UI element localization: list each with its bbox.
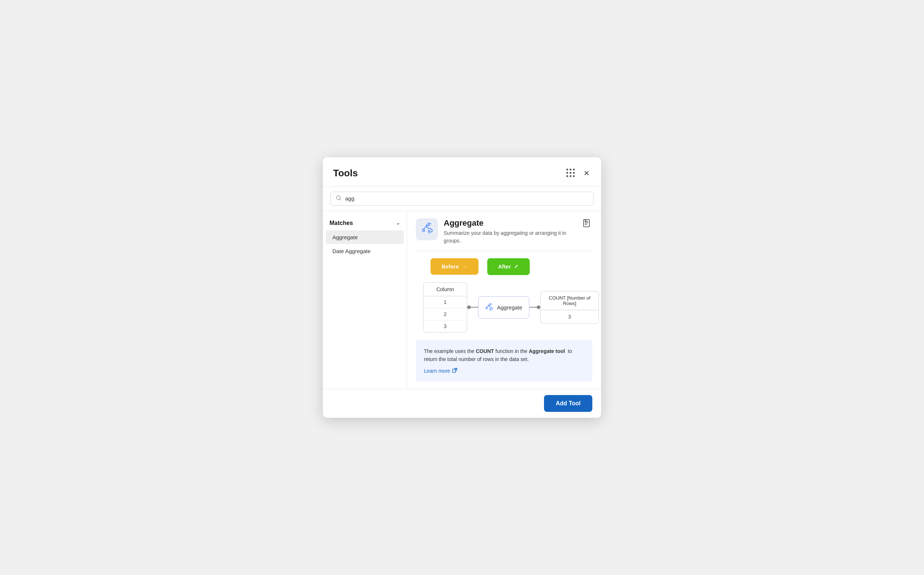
svg-rect-4 [585, 220, 586, 222]
grid-dot [570, 172, 572, 174]
chevron-down-icon: ⌄ [396, 220, 400, 226]
connector-dot-left [467, 305, 471, 309]
header-icons: × [565, 166, 591, 180]
search-container [323, 187, 601, 211]
description-text: The example uses the COUNT function in t… [424, 347, 584, 364]
connector-left [467, 305, 478, 309]
grid-dot [573, 175, 575, 177]
input-row-1: 1 [424, 296, 467, 308]
svg-point-5 [486, 307, 487, 309]
input-row-2: 2 [424, 308, 467, 321]
sidebar: Matches ⌄ Aggregate Date Aggregate [323, 211, 407, 389]
before-after-row: Before → After ✓ [416, 258, 592, 275]
tool-icon-background [416, 218, 438, 240]
search-box [330, 192, 594, 206]
grid-dot [570, 168, 572, 170]
input-table-header: Column [424, 283, 467, 296]
modal-header: Tools × [323, 157, 601, 187]
matches-header[interactable]: Matches ⌄ [323, 216, 407, 230]
wrench-icon [421, 222, 433, 237]
input-table: Column 1 2 3 [423, 283, 467, 332]
main-content: Aggregate Summarize your data by aggrega… [407, 211, 601, 389]
external-link-icon [452, 368, 457, 374]
after-button[interactable]: After ✓ [487, 258, 530, 275]
diagram-row: Column 1 2 3 [416, 283, 592, 332]
grid-dot [570, 175, 572, 177]
grid-icon [566, 168, 575, 177]
matches-label: Matches [330, 220, 353, 226]
description-box: The example uses the COUNT function in t… [416, 340, 592, 382]
tool-header-left: Aggregate Summarize your data by aggrega… [416, 218, 582, 245]
output-table-header: COUNT [Number ofRows] [541, 292, 599, 310]
input-row-3: 3 [424, 321, 467, 332]
learn-more-link[interactable]: Learn more [424, 368, 457, 374]
connector-dot-right [537, 305, 540, 309]
svg-point-2 [422, 229, 425, 232]
connector-right [529, 305, 540, 309]
connector-line-right [529, 307, 537, 308]
count-bold: COUNT [476, 348, 494, 354]
grid-dot [573, 168, 575, 170]
sidebar-item-date-aggregate[interactable]: Date Aggregate [326, 245, 404, 258]
grid-dot [573, 172, 575, 174]
aggregate-tool-bold: Aggregate tool [529, 348, 565, 354]
output-table-value: 3 [541, 310, 599, 323]
search-icon [336, 195, 342, 202]
documentation-icon[interactable] [582, 218, 592, 231]
modal-body: Matches ⌄ Aggregate Date Aggregate [323, 211, 601, 389]
grid-dot [566, 168, 568, 170]
grid-dot [566, 175, 568, 177]
sidebar-item-aggregate[interactable]: Aggregate [326, 230, 404, 244]
tool-title: Aggregate [444, 218, 582, 228]
svg-rect-3 [583, 219, 589, 227]
modal-footer: Add Tool [323, 389, 601, 418]
tool-info: Aggregate Summarize your data by aggrega… [444, 218, 582, 245]
modal-title: Tools [333, 168, 358, 179]
grid-icon-button[interactable] [565, 167, 577, 179]
tools-modal: Tools × [323, 157, 601, 418]
close-button[interactable]: × [582, 166, 591, 180]
search-input[interactable] [345, 195, 588, 202]
grid-dot [566, 172, 568, 174]
tool-header: Aggregate Summarize your data by aggrega… [416, 218, 592, 251]
aggregate-box: Aggregate [478, 296, 529, 319]
tool-description: Summarize your data by aggregating or ar… [444, 229, 582, 245]
svg-line-1 [340, 199, 341, 200]
aggregate-label: Aggregate [497, 304, 522, 311]
add-tool-button[interactable]: Add Tool [544, 395, 592, 412]
before-button[interactable]: Before → [430, 258, 478, 275]
connector-line-left [471, 307, 478, 308]
output-table: COUNT [Number ofRows] 3 [540, 291, 599, 324]
aggregate-wrench-icon [485, 302, 493, 312]
